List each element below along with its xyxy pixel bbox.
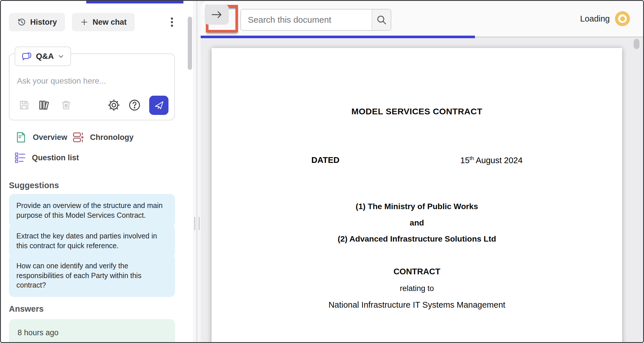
answers-heading: Answers — [9, 304, 44, 314]
document-pane: Loading MODEL SERVICES CONTRACT DATED 15… — [201, 1, 643, 342]
app-window: History New chat — [0, 0, 644, 343]
document-search-group — [240, 9, 391, 31]
paper-plane-icon — [154, 100, 164, 111]
history-button-label: History — [30, 18, 57, 27]
document-contract-label: CONTRACT — [212, 267, 622, 276]
chat-sidebar: History New chat — [1, 1, 193, 342]
document-scrollbar-thumb[interactable] — [634, 39, 639, 49]
chat-input-card: Q&A — [9, 53, 175, 120]
send-button[interactable] — [149, 96, 168, 115]
history-clock-icon — [17, 18, 26, 27]
suggestion-card[interactable]: Provide an overview of the structure and… — [9, 194, 175, 227]
more-options-kebab-icon[interactable] — [165, 14, 179, 30]
history-button[interactable]: History — [9, 13, 65, 31]
answer-card[interactable]: 8 hours ago — [9, 319, 175, 343]
new-chat-button[interactable]: New chat — [72, 13, 135, 31]
divider-line — [197, 1, 197, 342]
loading-indicator: Loading — [580, 11, 630, 27]
plus-icon — [80, 18, 89, 26]
answer-timestamp: 8 hours ago — [18, 328, 59, 337]
sidebar-loading-accent-bar — [86, 1, 183, 3]
settings-gear-icon[interactable] — [107, 99, 120, 112]
qa-bubbles-icon — [21, 51, 32, 62]
library-books-icon[interactable] — [38, 99, 51, 112]
chevron-down-icon — [57, 53, 65, 60]
search-submit-button[interactable] — [372, 9, 391, 30]
chat-mode-label: Q&A — [36, 52, 54, 61]
panel-divider — [193, 1, 201, 342]
nav-question-list-label: Question list — [32, 153, 79, 162]
document-party-2: (2) Advanced Infrastructure Solutions Lt… — [212, 234, 622, 244]
sidebar-scrollbar-thumb[interactable] — [188, 17, 192, 70]
collapse-sidebar-arrow-button[interactable] — [205, 5, 229, 25]
document-page: MODEL SERVICES CONTRACT DATED 15th Augus… — [212, 48, 622, 343]
arrow-right-icon — [210, 10, 223, 20]
magnifier-icon — [376, 14, 387, 26]
document-date: 15th August 2024 — [460, 155, 523, 165]
chat-mode-dropdown[interactable]: Q&A — [15, 47, 71, 66]
suggestions-heading: Suggestions — [9, 181, 59, 190]
loading-spinner-icon — [615, 11, 630, 26]
document-party-1: (1) The Ministry of Public Works — [212, 202, 622, 211]
overview-document-icon — [14, 131, 28, 144]
suggestion-card[interactable]: How can one identify and verify the resp… — [9, 254, 175, 297]
nav-overview[interactable]: Overview — [14, 131, 67, 144]
sidebar-header: History New chat — [9, 13, 179, 31]
trash-icon[interactable] — [60, 99, 72, 111]
divider-drag-handle[interactable] — [193, 217, 201, 230]
help-icon[interactable] — [128, 99, 141, 112]
document-relating-label: relating to — [212, 284, 622, 293]
new-chat-button-label: New chat — [93, 18, 127, 27]
nav-chronology[interactable]: Chronology — [72, 131, 133, 144]
document-and: and — [212, 218, 622, 228]
document-subject: National Infrastructure IT Systems Manag… — [212, 300, 622, 310]
nav-question-list[interactable]: Question list — [14, 151, 79, 164]
document-toolbar: Loading — [201, 1, 643, 36]
document-search-input[interactable] — [241, 9, 372, 30]
nav-overview-label: Overview — [33, 133, 67, 142]
chat-actions-row — [18, 95, 168, 115]
document-dated-label: DATED — [311, 155, 340, 165]
suggestion-card[interactable]: Extract the key dates and parties involv… — [9, 224, 175, 257]
save-icon[interactable] — [18, 99, 30, 111]
question-list-icon — [14, 151, 27, 164]
document-progress-fill — [201, 36, 475, 38]
nav-chronology-label: Chronology — [90, 133, 133, 142]
question-input[interactable] — [17, 76, 166, 94]
loading-label: Loading — [580, 14, 610, 24]
chronology-timeline-icon — [72, 131, 85, 144]
document-title: MODEL SERVICES CONTRACT — [212, 107, 622, 116]
